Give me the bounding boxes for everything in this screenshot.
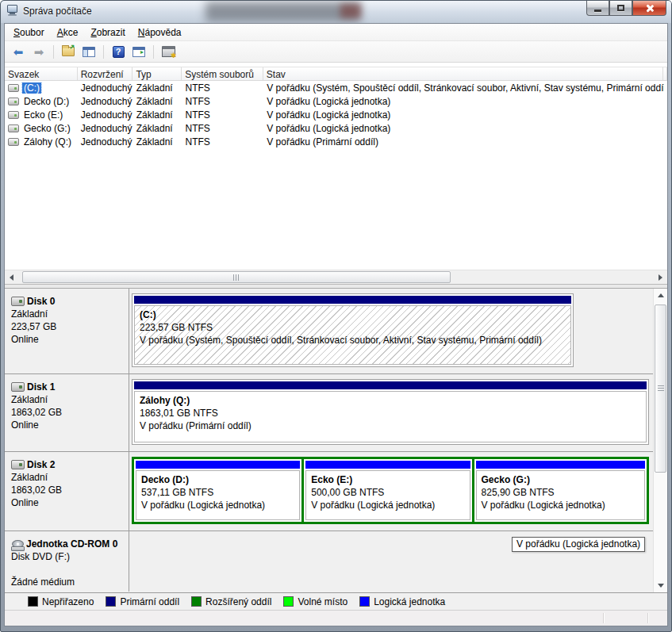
- column-header-rozvrzeni[interactable]: Rozvržení: [78, 67, 133, 80]
- status-tooltip: V pořádku (Logická jednotka): [512, 537, 645, 552]
- restore-icon: [617, 5, 624, 11]
- disk-2-label[interactable]: Disk 2 Základní 1863,02 GB Online: [5, 452, 129, 530]
- back-icon: ⬅: [13, 46, 24, 58]
- table-row-volume-d[interactable]: Decko (D:) Jednoduchý Základní NTFS V po…: [5, 94, 667, 108]
- console-tree-icon: [83, 47, 95, 57]
- background-window-blur: [205, 2, 360, 21]
- logical-drive-color-swatch: [359, 596, 370, 607]
- logical-drive-color-bar: [476, 461, 645, 469]
- computer-management-window: Správa počítače Soubor Akce Zobrazit Náp…: [0, 0, 672, 632]
- column-header-svazek[interactable]: Svazek: [5, 67, 78, 80]
- extended-color-swatch: [191, 596, 202, 607]
- volume-icon: [8, 111, 19, 119]
- legend-unallocated: Nepřiřazeno: [28, 596, 94, 607]
- restore-button[interactable]: [609, 1, 632, 16]
- free-space-color-swatch: [283, 596, 294, 607]
- horizontal-scrollbar-thumb[interactable]: [22, 271, 451, 283]
- hard-disk-icon: [11, 382, 25, 392]
- computer-management-icon: [6, 5, 19, 17]
- window-title: Správa počítače: [23, 6, 92, 17]
- cd-drive-icon: [11, 539, 24, 550]
- volume-icon: [8, 98, 19, 105]
- scrollbar-grip-icon: [658, 385, 664, 393]
- export-folder-icon: [62, 47, 75, 56]
- background-window-blur-accent: [340, 4, 361, 18]
- back-button[interactable]: ⬅: [10, 44, 27, 60]
- hard-disk-icon: [11, 297, 25, 306]
- toolbar-separator: [53, 45, 54, 59]
- volume-icon: [8, 138, 19, 146]
- primary-partition-color-bar: [134, 296, 571, 304]
- disk-0-label[interactable]: Disk 0 Základní 223,57 GB Online: [5, 289, 129, 373]
- toolbar: ⬅ ➡ ?: [5, 41, 667, 63]
- partition-ecko-e[interactable]: Ecko (E:) 500,00 GB NTFS V pořádku (Logi…: [304, 459, 471, 522]
- export-list-button[interactable]: [60, 44, 77, 60]
- forward-icon: ➡: [34, 46, 44, 58]
- volume-icon: [8, 124, 19, 132]
- window-content: Soubor Akce Zobrazit Nápověda ⬅ ➡ ? Svaz…: [4, 23, 668, 626]
- menu-bar: Soubor Akce Zobrazit Nápověda: [5, 24, 667, 41]
- legend-logical-drive: Logická jednotka: [359, 596, 445, 607]
- toolbar-separator: [153, 45, 154, 59]
- disk-row-1: Disk 1 Základní 1863,02 GB Online Zálohy…: [5, 374, 653, 452]
- horizontal-scrollbar[interactable]: [5, 270, 667, 284]
- partition-decko-d[interactable]: Decko (D:) 537,11 GB NTFS V pořádku (Log…: [134, 459, 301, 522]
- partition-c[interactable]: (C:) 223,57 GB NTFS V pořádku (Systém, S…: [132, 293, 574, 367]
- logical-drive-color-bar: [305, 461, 470, 469]
- legend-free-space: Volné místo: [283, 596, 348, 607]
- legend-primary-partition: Primární oddíl: [106, 596, 179, 607]
- table-row-volume-c[interactable]: (C:) Jednoduchý Základní NTFS V pořádku …: [5, 81, 667, 94]
- disk-row-2: Disk 2 Základní 1863,02 GB Online Decko …: [5, 452, 653, 531]
- scroll-right-button[interactable]: [654, 270, 667, 285]
- volume-icon: [8, 84, 19, 92]
- column-header-system-souboru[interactable]: Systém souborů: [182, 67, 263, 80]
- close-icon: [645, 4, 654, 13]
- scroll-down-button[interactable]: [654, 579, 667, 592]
- partition-gecko-g[interactable]: Gecko (G:) 825,90 GB NTFS V pořádku (Log…: [474, 459, 647, 522]
- minimize-icon: [594, 10, 601, 12]
- table-row-volume-q[interactable]: Zálohy (Q:) Jednoduchý Základní NTFS V p…: [5, 135, 667, 148]
- legend-extended-partition: Rozšířený oddíl: [191, 596, 271, 607]
- vertical-scrollbar[interactable]: [653, 289, 667, 592]
- unallocated-color-swatch: [28, 596, 38, 607]
- volume-table-header: Svazek Rozvržení Typ Systém souborů Stav…: [5, 67, 667, 81]
- column-header-typ[interactable]: Typ: [132, 67, 182, 80]
- arrow-down-icon: [658, 584, 664, 588]
- minimize-button[interactable]: [586, 1, 609, 16]
- toolbar-separator: [103, 45, 104, 59]
- close-button[interactable]: [632, 1, 666, 16]
- scroll-up-button[interactable]: [654, 289, 667, 302]
- arrow-up-icon: [658, 293, 664, 297]
- help-button[interactable]: ?: [109, 44, 127, 60]
- disk-graphical-pane: Disk 0 Základní 223,57 GB Online (C:) 22…: [5, 289, 667, 592]
- vertical-scrollbar-thumb[interactable]: [655, 305, 666, 473]
- scrollbar-grip-icon: [233, 274, 240, 281]
- table-row-volume-g[interactable]: Gecko (G:) Jednoduchý Základní NTFS V po…: [5, 121, 667, 135]
- show-console-tree-button[interactable]: [80, 44, 98, 60]
- arrow-left-icon: [10, 274, 13, 281]
- arrow-right-icon: [659, 274, 662, 281]
- menu-akce[interactable]: Akce: [51, 25, 85, 40]
- title-bar[interactable]: Správa počítače: [1, 1, 672, 23]
- menu-zobrazit[interactable]: Zobrazit: [84, 25, 131, 40]
- console-properties-button[interactable]: [159, 44, 177, 60]
- table-row-volume-e[interactable]: Ecko (E:) Jednoduchý Základní NTFS V poř…: [5, 108, 667, 121]
- disk-row-0: Disk 0 Základní 223,57 GB Online (C:) 22…: [5, 289, 653, 374]
- statusbar-divider: [647, 613, 648, 623]
- console-properties-icon: [162, 46, 175, 57]
- menu-soubor[interactable]: Soubor: [7, 25, 51, 40]
- column-header-kapacita[interactable]: Kapacita: [663, 67, 667, 80]
- legend-bar: Nepřiřazeno Primární oddíl Rozšířený odd…: [5, 592, 667, 610]
- cdrom-label[interactable]: Jednotka CD-ROM 0 Disk DVD (F:) Žádné mé…: [5, 531, 129, 592]
- disk-1-label[interactable]: Disk 1 Základní 1863,02 GB Online: [5, 374, 129, 451]
- partition-q[interactable]: Zálohy (Q:) 1863,01 GB NTFS V pořádku (P…: [132, 379, 649, 445]
- scroll-left-button[interactable]: [5, 270, 18, 285]
- volume-table: Svazek Rozvržení Typ Systém souborů Stav…: [5, 67, 667, 148]
- show-action-pane-button[interactable]: [130, 44, 148, 60]
- extended-partition-border: Decko (D:) 537,11 GB NTFS V pořádku (Log…: [132, 457, 649, 524]
- hard-disk-icon: [11, 460, 25, 469]
- column-header-stav[interactable]: Stav: [263, 67, 663, 80]
- menu-napoveda[interactable]: Nápověda: [132, 25, 188, 40]
- statusbar-divider: [603, 613, 604, 623]
- forward-button[interactable]: ➡: [30, 44, 48, 60]
